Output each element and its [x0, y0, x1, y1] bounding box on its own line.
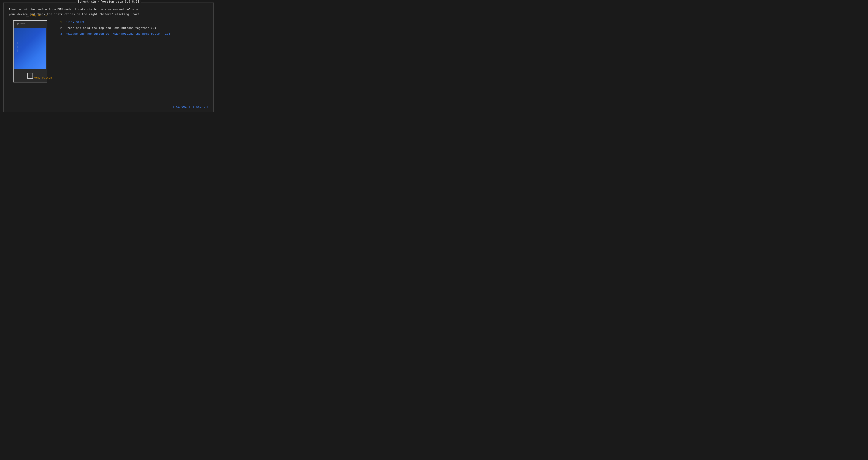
content-area: __-Top button | | | o === -Home butto [9, 20, 208, 83]
buttons-row: [ Cancel ] [ Start ] [172, 105, 209, 109]
home-button-label: -Home button [32, 76, 52, 80]
step-2: 2. Press and hold the Top and Home butto… [60, 26, 208, 31]
step-1: 1. Click Start [60, 20, 208, 25]
step1-number: 1. [60, 21, 64, 24]
cancel-button[interactable]: [ Cancel ] [172, 105, 191, 109]
side-button-3: | [17, 50, 18, 52]
step3-number: 3. [60, 32, 64, 35]
title-bar: [checkra1n - Version beta 0.9.8.2] [76, 0, 141, 3]
terminal-window: [checkra1n - Version beta 0.9.8.2] Time … [3, 3, 214, 112]
device-diagram: __-Top button | | | o === -Home butto [9, 20, 52, 83]
step1-text: Click Start [65, 21, 85, 24]
phone-screen [14, 28, 46, 69]
start-button[interactable]: [ Start ] [192, 105, 209, 109]
step2-text: Press and hold the Top and Home buttons … [65, 27, 156, 30]
step3-text: Release the Top button BUT KEEP HOLDING … [65, 32, 170, 35]
phone-bottom [13, 70, 47, 82]
top-button-label: __-Top button [26, 14, 48, 17]
phone-speaker: === [21, 22, 25, 25]
window-title: [checkra1n - Version beta 0.9.8.2] [78, 0, 139, 3]
top-button-dash: __ [26, 14, 29, 17]
side-button-2: | [17, 46, 18, 48]
step-3: 3. Release the Top button BUT KEEP HOLDI… [60, 32, 208, 37]
phone-camera: o [17, 22, 19, 25]
intro-line1: Time to put the device into DFU mode. Lo… [9, 7, 208, 12]
side-buttons: | | | [17, 42, 18, 52]
step2-number: 2. [60, 27, 64, 30]
phone-outline: | | | o === [13, 20, 48, 83]
instructions-area: 1. Click Start 2. Press and hold the Top… [60, 20, 208, 37]
side-button-1: | [17, 42, 18, 44]
phone-top-bar: o === [13, 21, 47, 27]
